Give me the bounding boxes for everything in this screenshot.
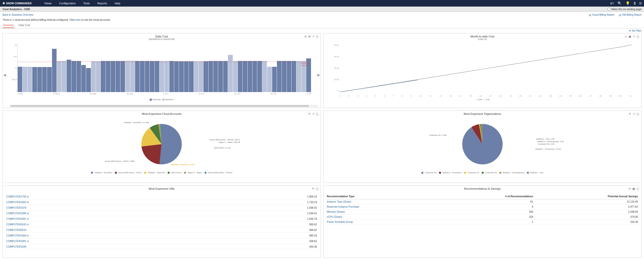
vm-link[interactable]: COMPUTER1670 (6, 206, 26, 209)
bar[interactable] (169, 61, 174, 92)
vm-link[interactable]: COMPUTER0533 (6, 229, 26, 231)
legend-item[interactable]: VMware - DemoVC (144, 171, 165, 174)
legend-item[interactable]: Customer 04 (482, 171, 497, 174)
rec-link[interactable]: Power Schedule Group (327, 221, 353, 223)
bar[interactable] (287, 61, 291, 92)
refresh-icon[interactable]: ⟳ (629, 187, 631, 191)
vm-link[interactable]: COMPUTER1645 (6, 245, 26, 248)
info-icon[interactable]: ⓘ (636, 187, 639, 191)
bar[interactable] (252, 61, 257, 92)
bar[interactable] (194, 61, 198, 92)
legend-item[interactable]: Azure ARM Demo - PAYG2 (204, 171, 233, 174)
legend-item[interactable]: BulletCo - Test (527, 171, 544, 174)
legend-item[interactable]: Azure ARM Demo - PAYG (115, 171, 142, 174)
bar[interactable] (28, 67, 32, 92)
grid-icon[interactable]: ▦ (632, 187, 635, 191)
cloud-billing-link[interactable]: 📊Cloud Billing Report (588, 13, 614, 16)
bar[interactable] (213, 61, 218, 92)
tab-summary[interactable]: Summary (3, 23, 14, 28)
nav-reports[interactable]: Reports (97, 2, 107, 5)
vm-link[interactable]: COMPUTER1681 (6, 218, 26, 220)
share-icon[interactable]: ↗ (312, 35, 314, 39)
bar[interactable] (199, 61, 203, 92)
vm-link[interactable]: COMPUTER1680 (6, 212, 26, 215)
dollar-icon[interactable]: $ (634, 1, 636, 5)
bar[interactable] (257, 61, 262, 92)
bar[interactable] (116, 61, 120, 92)
bar[interactable] (150, 61, 154, 92)
bar[interactable] (277, 61, 281, 92)
info-icon[interactable]: ⓘ (636, 35, 639, 39)
bar[interactable] (160, 61, 164, 92)
legend-item[interactable]: Customer 02 (421, 171, 436, 174)
logout-icon[interactable]: ⎘ (639, 1, 641, 5)
vm-billing-link[interactable]: 📊VM Billing Report (618, 13, 641, 16)
legend-item[interactable]: Customer 01 (464, 171, 479, 174)
download-icon[interactable]: ⬇ (27, 218, 29, 220)
legend-item[interactable]: Hyper-V - Blaze (184, 171, 202, 174)
nav-views[interactable]: Views (44, 2, 51, 5)
vm-link[interactable]: COMPUTER1750 (6, 195, 26, 198)
bar[interactable] (91, 61, 96, 92)
bar[interactable] (272, 67, 277, 92)
bar[interactable] (111, 61, 115, 92)
bar[interactable] (209, 61, 213, 92)
bar[interactable] (292, 61, 296, 92)
bar[interactable] (135, 61, 140, 92)
download-icon[interactable]: ⬇ (27, 196, 29, 198)
bar[interactable] (248, 61, 252, 92)
bar[interactable] (184, 61, 189, 92)
download-icon[interactable]: ⬇ (27, 240, 29, 243)
vm-link[interactable]: COMPUTER1081 (6, 240, 26, 243)
rec-link[interactable]: Reserved Instance Purchase (327, 205, 359, 208)
legend-item[interactable]: BulletCo - Production (439, 171, 462, 174)
rec-link[interactable]: vCPU (Down) (327, 215, 342, 218)
nav-tools[interactable]: Tools (83, 2, 90, 5)
legend-item[interactable]: BulletCo - Development (499, 171, 524, 174)
vm-link[interactable]: COMPUTER1064 (6, 234, 26, 237)
bar[interactable] (18, 67, 22, 92)
chart-scrollbar[interactable] (10, 105, 318, 107)
landing-page-checkbox[interactable] (607, 8, 610, 11)
share-icon[interactable]: ↗ (633, 112, 635, 116)
tab-daily-cost[interactable]: Daily Cost (18, 23, 31, 28)
bar[interactable] (267, 67, 272, 92)
chart-next-arrow[interactable]: ▶ (317, 73, 320, 77)
vm-link[interactable]: COMPUTER0243 (6, 223, 26, 226)
bar[interactable] (243, 61, 247, 92)
bar[interactable] (86, 68, 91, 92)
bar[interactable] (76, 61, 81, 92)
bar[interactable] (189, 61, 193, 92)
share-icon[interactable]: ↗ (312, 112, 314, 116)
bar[interactable] (179, 61, 184, 92)
bar[interactable] (57, 61, 61, 92)
nav-help[interactable]: Help (115, 2, 120, 5)
bar[interactable] (62, 61, 66, 92)
bar[interactable] (52, 49, 57, 92)
rec-link[interactable]: Instance Type (Down) (327, 200, 351, 203)
share-icon[interactable]: ↗ (633, 35, 635, 39)
notice-link[interactable]: here (76, 18, 81, 21)
bar[interactable] (223, 61, 228, 92)
filter-button[interactable]: ▼No Filter (629, 29, 641, 32)
bar[interactable] (218, 61, 223, 92)
vm-link[interactable]: COMPUTER1683 (6, 201, 26, 204)
bar[interactable] (47, 67, 51, 92)
bar[interactable] (233, 61, 238, 92)
brand[interactable]: ❄ SNOW COMMANDER (3, 2, 32, 5)
bar[interactable] (238, 61, 242, 92)
download-icon[interactable]: ⬇ (27, 201, 29, 204)
grid-icon[interactable]: ▦ (629, 35, 631, 39)
bar[interactable] (106, 61, 110, 92)
download-icon[interactable]: ⬇ (27, 223, 29, 226)
rec-link[interactable]: Memory (Down) (327, 210, 345, 213)
back-link[interactable]: Back to Solutions Overview (3, 13, 33, 16)
edit-icon[interactable]: ✎ (312, 187, 314, 191)
nav-configuration[interactable]: Configuration (59, 2, 75, 5)
info-icon[interactable]: ⓘ (316, 112, 319, 116)
chart-prev-arrow[interactable]: ◀ (3, 73, 6, 77)
landing-page-toggle[interactable]: Make this my landing page (607, 8, 641, 11)
legend-item[interactable]: VMware - KermitVC (91, 171, 112, 174)
bar[interactable] (262, 61, 267, 92)
download-icon[interactable]: ⬇ (27, 234, 29, 237)
